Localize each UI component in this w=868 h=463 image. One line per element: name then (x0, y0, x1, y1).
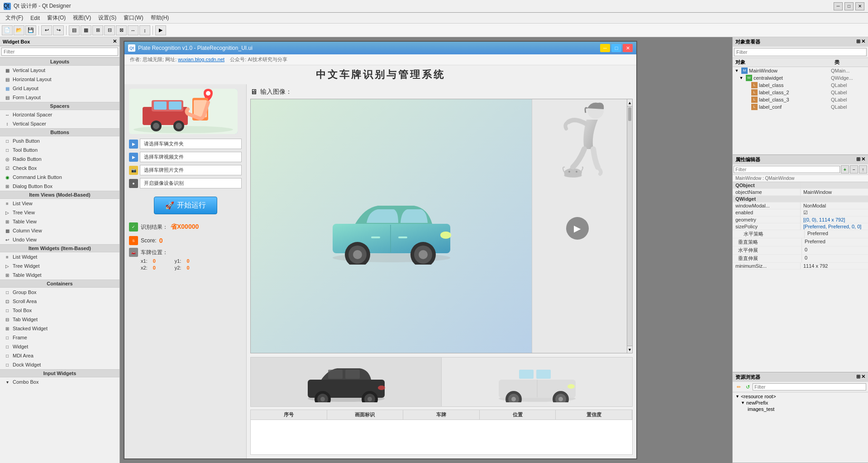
btn-select-photo[interactable]: 选择车牌照片文件 (140, 165, 242, 175)
widget-list-view[interactable]: ≡List View (0, 199, 119, 208)
menu-window[interactable]: 窗口(W) (120, 13, 147, 23)
widget-filter-input[interactable] (1, 48, 118, 56)
toolbar-open[interactable]: 📂 (14, 25, 24, 35)
btn-select-video[interactable]: 选择车牌视频文件 (140, 152, 242, 162)
widget-tool-box[interactable]: □Tool Box (0, 306, 119, 315)
widget-list-widget[interactable]: ≡List Widget (0, 252, 119, 261)
toolbar-layout-v[interactable]: ▦ (81, 25, 91, 35)
panel-close-btn[interactable]: ✕ (861, 39, 865, 45)
widget-tree-widget[interactable]: ▷Tree Widget (0, 261, 119, 270)
play-button[interactable]: ▶ (566, 217, 589, 240)
obj-row-labelclass3[interactable]: L label_class_3 QLabel (733, 96, 868, 103)
prop-up-btn[interactable]: ↑ (859, 165, 867, 174)
prop-add-btn[interactable]: + (841, 165, 849, 174)
qt-close-button[interactable]: ✕ (623, 44, 633, 52)
widget-combo-box[interactable]: ▾Combo Box (0, 377, 119, 386)
widget-mdi-area[interactable]: □MDI Area (0, 351, 119, 360)
prop-close-btn[interactable]: ✕ (861, 156, 865, 163)
qt-header-link[interactable]: wuxian.blog.csdn.net (178, 57, 224, 62)
resource-filter-input[interactable] (753, 383, 866, 391)
scroll-up-btn[interactable]: ▲ (627, 99, 632, 106)
prop-row-v-stretch[interactable]: 垂直伸展 0 (733, 255, 868, 263)
toolbar-redo[interactable]: ↪ (53, 25, 64, 35)
scroll-thumb[interactable] (628, 107, 631, 121)
widget-undo-view[interactable]: ↩Undo View (0, 235, 119, 244)
widget-horizontal-layout[interactable]: ▤Horizontal Layout (0, 75, 119, 84)
widget-tab-widget[interactable]: ⊟Tab Widget (0, 315, 119, 324)
widget-table-widget[interactable]: ⊞Table Widget (0, 270, 119, 280)
qt-maximize-button[interactable]: □ (611, 44, 621, 52)
toolbar-break[interactable]: ⊠ (116, 25, 127, 35)
toolbar-undo[interactable]: ↩ (41, 25, 52, 35)
widget-radio-button[interactable]: ◎Radio Button (0, 154, 119, 164)
menu-view[interactable]: 视图(V) (69, 13, 95, 23)
toolbar-preview[interactable]: ▶ (155, 25, 166, 35)
menu-file[interactable]: 文件(F) (2, 13, 27, 23)
obj-filter-input[interactable] (734, 48, 867, 56)
resource-row-root[interactable]: ▼ <resource root> (734, 393, 867, 400)
prop-row-sizepolicy[interactable]: sizePolicy [Preferred, Preferred, 0, 0] (733, 223, 868, 230)
prop-row-windowmodal[interactable]: windowModal... NonModal (733, 203, 868, 209)
qt-minimize-button[interactable]: ─ (600, 44, 610, 52)
prop-row-h-policy[interactable]: 水平策略 Preferred (733, 230, 868, 238)
panel-float-btn[interactable]: ⊞ (856, 39, 860, 45)
widget-tool-button[interactable]: □Tool Button (0, 145, 119, 154)
toolbar-new[interactable]: 📄 (2, 25, 13, 35)
prop-filter-input[interactable] (734, 166, 840, 173)
toolbar-layout-g[interactable]: ⊞ (92, 25, 103, 35)
obj-row-labelclass2[interactable]: L label_class_2 QLabel (733, 89, 868, 96)
obj-row-mainwindow[interactable]: ▼ M MainWindow QMain... (733, 67, 868, 74)
obj-row-centralwidget[interactable]: ▼ W centralwidget QWidge... (733, 74, 868, 82)
toolbar-layout-h[interactable]: ▤ (69, 25, 80, 35)
btn-start-run[interactable]: 🚀 开始运行 (154, 197, 217, 214)
widget-dock-widget[interactable]: □Dock Widget (0, 360, 119, 369)
toolbar-adjust[interactable]: ↔ (128, 25, 138, 35)
resource-row-images-test[interactable]: images_test (734, 406, 867, 412)
minimize-button[interactable]: ─ (834, 2, 843, 10)
widget-table-view[interactable]: ⊞Table View (0, 217, 119, 226)
prop-float-btn[interactable]: ⊞ (856, 156, 860, 163)
image-scrollbar[interactable]: ▲ ▼ (627, 99, 632, 353)
obj-row-labelclass[interactable]: L label_class QLabel (733, 82, 868, 89)
scroll-down-btn[interactable]: ▼ (627, 346, 632, 353)
menu-form[interactable]: 窗体(O) (43, 13, 69, 23)
widget-dialog-button-box[interactable]: ⊞Dialog Button Box (0, 182, 119, 191)
obj-row-labelconf[interactable]: L label_conf QLabel (733, 103, 868, 111)
widget-frame[interactable]: □Frame (0, 333, 119, 342)
widget-vertical-layout[interactable]: ▦Vertical Layout (0, 66, 119, 75)
prop-row-minsize[interactable]: minimumSiz... 1114 x 792 (733, 263, 868, 270)
resource-row-newprefix[interactable]: ▼ newPrefix (734, 400, 867, 406)
resource-float-btn[interactable]: ⊞ (856, 374, 860, 381)
resource-refresh-btn[interactable]: ↺ (744, 383, 752, 391)
menu-help[interactable]: 帮助(H) (147, 13, 173, 23)
widget-stacked-widget[interactable]: ⊞Stacked Widget (0, 324, 119, 333)
widget-box-close[interactable]: ✕ (113, 39, 117, 44)
widget-command-link-button[interactable]: ◉Command Link Button (0, 173, 119, 182)
widget-column-view[interactable]: ▦Column View (0, 226, 119, 235)
prop-row-h-stretch[interactable]: 水平伸展 0 (733, 246, 868, 255)
widget-widget[interactable]: □Widget (0, 342, 119, 351)
toolbar-adjust2[interactable]: ↕ (139, 25, 150, 35)
close-button[interactable]: ✕ (855, 2, 864, 10)
widget-check-box[interactable]: ☑Check Box (0, 164, 119, 173)
widget-form-layout[interactable]: ▤Form Layout (0, 93, 119, 102)
menu-edit[interactable]: Edit (27, 14, 43, 22)
toolbar-save[interactable]: 💾 (25, 25, 36, 35)
prop-row-objectname[interactable]: objectName MainWindow (733, 189, 868, 196)
widget-horizontal-spacer[interactable]: ↔Horizontal Spacer (0, 110, 119, 119)
prop-row-v-policy[interactable]: 垂直策略 Preferred (733, 238, 868, 246)
prop-row-geometry[interactable]: geometry [(0, 0), 1114 x 792] (733, 217, 868, 223)
widget-push-button[interactable]: □Push Button (0, 136, 119, 145)
toolbar-layout-f[interactable]: ⊟ (104, 25, 115, 35)
prop-row-enabled[interactable]: enabled ☑ (733, 209, 868, 217)
maximize-button[interactable]: □ (844, 2, 854, 10)
widget-vertical-spacer[interactable]: ↕Vertical Spacer (0, 119, 119, 128)
widget-tree-view[interactable]: ▷Tree View (0, 208, 119, 217)
widget-group-box[interactable]: □Group Box (0, 288, 119, 297)
widget-grid-layout[interactable]: ▦Grid Layout (0, 84, 119, 93)
resource-close-btn[interactable]: ✕ (861, 374, 865, 381)
btn-select-folder[interactable]: 请选择车辆文件夹 (140, 139, 242, 149)
widget-scroll-area[interactable]: ⊡Scroll Area (0, 297, 119, 306)
btn-open-camera[interactable]: 开启摄像设备识别 (140, 178, 242, 188)
prop-remove-btn[interactable]: − (850, 165, 858, 174)
